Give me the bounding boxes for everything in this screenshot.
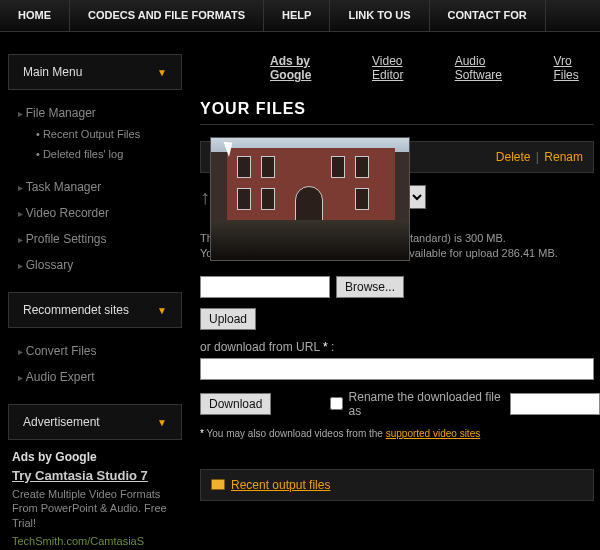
ad-block: Ads by Google Try Camtasia Studio 7 Crea… bbox=[12, 450, 182, 548]
menu-video-recorder[interactable]: Video Recorder bbox=[18, 200, 182, 226]
nav-home[interactable]: HOME bbox=[0, 0, 70, 31]
ad-desc: Create Multiple Video Formats From Power… bbox=[12, 487, 182, 530]
rename-input[interactable] bbox=[510, 393, 600, 415]
panel-advertisement[interactable]: Advertisement ▼ bbox=[8, 404, 182, 440]
up-arrow-icon: ↑ bbox=[200, 186, 210, 209]
ads-by-google-link[interactable]: Ads by Google bbox=[270, 54, 354, 82]
menu-glossary[interactable]: Glossary bbox=[18, 252, 182, 278]
sponsor-links: Ads by Google Video Editor Audio Softwar… bbox=[200, 32, 600, 100]
page-title: YOUR FILES bbox=[200, 100, 594, 125]
panel-advertisement-label: Advertisement bbox=[23, 415, 100, 429]
download-button[interactable]: Download bbox=[200, 393, 271, 415]
panel-main-menu-label: Main Menu bbox=[23, 65, 82, 79]
ad-link[interactable]: Try Camtasia Studio 7 bbox=[12, 468, 148, 483]
sidebar: Main Menu ▼ File Manager Recent Output F… bbox=[0, 32, 190, 548]
main-content: Ads by Google Video Editor Audio Softwar… bbox=[190, 32, 600, 548]
sponsor-vro-files[interactable]: Vro Files bbox=[553, 54, 600, 82]
nav-codecs[interactable]: CODECS AND FILE FORMATS bbox=[70, 0, 264, 31]
upload-button[interactable]: Upload bbox=[200, 308, 256, 330]
submenu-recent-output[interactable]: Recent Output Files bbox=[36, 124, 182, 144]
recent-output-link[interactable]: Recent output files bbox=[231, 478, 330, 492]
chevron-down-icon: ▼ bbox=[157, 67, 167, 78]
menu-task-manager[interactable]: Task Manager bbox=[18, 174, 182, 200]
url-input[interactable] bbox=[200, 358, 594, 380]
rename-checkbox[interactable] bbox=[330, 397, 343, 410]
rename-label: Rename the downloaded file as bbox=[349, 390, 504, 418]
video-thumbnail[interactable] bbox=[210, 137, 410, 261]
recent-output-bar: Recent output files bbox=[200, 469, 594, 501]
panel-main-menu[interactable]: Main Menu ▼ bbox=[8, 54, 182, 90]
upload-path-input[interactable] bbox=[200, 276, 330, 298]
or-url-label: or download from URL bbox=[200, 340, 320, 354]
ad-url: TechSmith.com/CamtasiaS bbox=[12, 534, 182, 548]
nav-help[interactable]: HELP bbox=[264, 0, 330, 31]
delete-link[interactable]: Delete bbox=[496, 150, 531, 164]
browse-button[interactable]: Browse... bbox=[336, 276, 404, 298]
sponsor-audio-software[interactable]: Audio Software bbox=[455, 54, 536, 82]
menu-profile-settings[interactable]: Profile Settings bbox=[18, 226, 182, 252]
menu-convert-files[interactable]: Convert Files bbox=[18, 338, 182, 364]
panel-recommended[interactable]: Recommendet sites ▼ bbox=[8, 292, 182, 328]
nav-link-to-us[interactable]: LINK TO US bbox=[330, 0, 429, 31]
rename-link[interactable]: Renam bbox=[544, 150, 583, 164]
folder-icon bbox=[211, 479, 225, 490]
menu-audio-expert[interactable]: Audio Expert bbox=[18, 364, 182, 390]
panel-recommended-label: Recommendet sites bbox=[23, 303, 129, 317]
supported-sites-link[interactable]: supported video sites bbox=[386, 428, 481, 439]
chevron-down-icon: ▼ bbox=[157, 305, 167, 316]
footnote: * You may also download videos from the … bbox=[200, 428, 600, 439]
nav-contact[interactable]: CONTACT FOR bbox=[430, 0, 546, 31]
menu-file-manager[interactable]: File Manager Recent Output Files Deleted… bbox=[18, 100, 182, 174]
submenu-deleted-log[interactable]: Deleted files' log bbox=[36, 144, 182, 164]
top-nav: HOME CODECS AND FILE FORMATS HELP LINK T… bbox=[0, 0, 600, 32]
chevron-down-icon: ▼ bbox=[157, 417, 167, 428]
ads-by-google-label: Ads by Google bbox=[12, 450, 182, 464]
sponsor-video-editor[interactable]: Video Editor bbox=[372, 54, 437, 82]
